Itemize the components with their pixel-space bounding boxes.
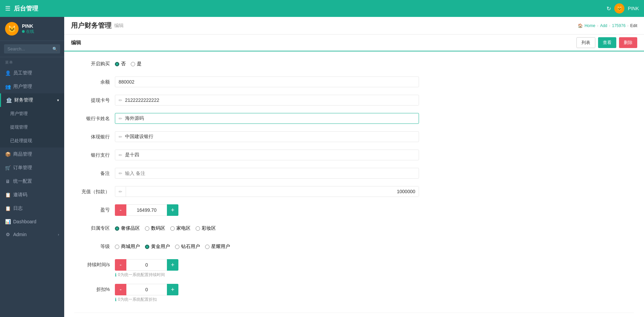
profit-input[interactable] [126,204,167,216]
charge-edit-icon[interactable]: ✏ [115,187,126,197]
bank-card-name-wrapper: ✏ [115,113,419,124]
profit-stepper: - + [115,204,419,216]
staff-icon: 👤 [5,70,10,76]
zone-radio-appliance[interactable]: 家电区 [170,225,191,231]
level-label-mall: 商城用户 [121,244,140,250]
discount-stepper: - + [115,284,419,295]
top-header: ☰ 后台管理 ↻ 🐱 PINK [0,0,644,17]
sidebar-item-settings[interactable]: 🖥 统一配置 [0,175,64,188]
balance-label: 余额 [74,76,115,85]
level-radio-gold[interactable]: 黄金用户 [145,244,170,250]
balance-input[interactable] [115,76,419,87]
level-radio-diamond[interactable]: 钻石用户 [175,244,200,250]
withdraw-bank-input[interactable] [125,132,415,142]
withdraw-bank-control: ✏ [115,131,419,142]
hamburger-icon[interactable]: ☰ [5,5,10,12]
sidebar-item-staff[interactable]: 👤 员工管理 [0,66,64,80]
withdraw-bank-label: 体现银行 [74,131,115,140]
radio-no-input[interactable] [115,62,119,66]
zone-radio-digital-input[interactable] [145,226,149,231]
edit-icon-4[interactable]: ✏ [119,153,122,158]
zone-radio-luxury-input[interactable] [115,226,119,231]
status-dot [22,30,25,33]
zone-row: 归属专区 奢侈品区 数码区 家电区 [74,223,634,235]
zone-radio-group: 奢侈品区 数码区 家电区 彩妆区 [115,223,419,231]
withdraw-card-input[interactable] [125,95,415,105]
radio-yes-label: 是 [137,61,142,67]
sidebar-item-finance-users[interactable]: 用户管理 [0,107,64,120]
sidebar-item-goods[interactable]: 📦 商品管理 [0,148,64,161]
form-container: 开启购买 否 是 余额 [64,51,644,317]
breadcrumb-home[interactable]: Home [585,23,595,28]
delete-button[interactable]: 删除 [619,37,637,48]
breadcrumb-sep3: › [627,23,628,28]
bank-card-name-input[interactable] [125,113,415,123]
bank-branch-control: ✏ [115,150,419,160]
duration-minus-button[interactable]: - [115,259,126,271]
goods-icon: 📦 [5,152,10,157]
profit-row: 盈亏 - + [74,204,634,217]
sidebar-item-label: 员工管理 [13,70,32,76]
level-radio-star[interactable]: 星耀用户 [205,244,230,250]
level-radio-star-input[interactable] [205,245,209,249]
discount-plus-button[interactable]: + [167,284,178,295]
radio-yes-input[interactable] [131,62,135,66]
radio-no[interactable]: 否 [115,61,126,67]
charge-control: ✏ [115,186,419,197]
profit-plus-button[interactable]: + [167,204,178,216]
level-row: 等级 商城用户 黄金用户 钻石用户 [74,241,634,253]
sidebar-item-orders[interactable]: 🛒 订单管理 [0,161,64,175]
level-radio-gold-input[interactable] [145,245,149,249]
sidebar-item-finance-withdraw[interactable]: 提现管理 [0,120,64,134]
submenu-label: 用户管理 [10,111,28,117]
edit-icon-2[interactable]: ✏ [119,116,122,121]
bank-branch-input[interactable] [125,150,415,160]
remark-input[interactable] [125,168,415,178]
zone-radio-digital[interactable]: 数码区 [145,225,165,231]
duration-plus-button[interactable]: + [167,259,178,271]
remark-control: ✏ [115,168,419,179]
invite-icon: 📋 [5,192,10,198]
open-purchase-row: 开启购买 否 是 [74,58,634,70]
sidebar-item-logs[interactable]: 📋 日志 [0,202,64,215]
sidebar-item-label: Admin [13,232,27,237]
level-radio-group: 商城用户 黄金用户 钻石用户 星耀用户 [115,241,419,250]
sidebar-item-dashboard[interactable]: 📊 Dashboard [0,215,64,228]
header-left: ☰ 后台管理 [5,4,38,13]
edit-icon-3[interactable]: ✏ [119,134,122,139]
user-info: PINK 在线 [22,23,34,35]
zone-radio-luxury[interactable]: 奢侈品区 [115,225,140,231]
sidebar-item-finance[interactable]: 🏦 财务管理 ▾ [0,93,64,107]
breadcrumb-add[interactable]: Add [600,23,607,28]
breadcrumb-id[interactable]: 175976 [612,23,625,28]
view-button[interactable]: 查看 [598,37,616,48]
level-radio-mall[interactable]: 商城用户 [115,244,140,250]
withdraw-card-label: 提现卡号 [74,95,115,104]
list-button[interactable]: 列表 [576,37,595,48]
charge-input[interactable] [126,186,419,197]
edit-icon-5[interactable]: ✏ [119,171,122,176]
breadcrumb-sep1: › [597,23,598,28]
level-radio-diamond-input[interactable] [175,245,179,249]
sidebar-item-invite[interactable]: 📋 邀请码 [0,188,64,202]
search-input[interactable] [4,44,60,53]
discount-minus-button[interactable]: - [115,284,126,295]
bank-card-name-control: ✏ [115,113,419,124]
sidebar-item-users[interactable]: 👥 用户管理 [0,80,64,93]
zone-radio-appliance-input[interactable] [170,226,175,231]
zone-radio-cosmetics[interactable]: 彩妆区 [196,225,216,231]
zone-label-appliance: 家电区 [176,225,191,231]
zone-radio-cosmetics-input[interactable] [196,226,200,231]
duration-label: 持续时间/s [74,259,115,268]
edit-icon[interactable]: ✏ [119,98,122,103]
sidebar-item-finance-processed[interactable]: 已处理提现 [0,134,64,148]
discount-input[interactable] [126,284,167,295]
duration-input[interactable] [126,259,167,271]
radio-yes[interactable]: 是 [131,61,142,67]
submenu-label: 提现管理 [10,124,28,130]
refresh-icon[interactable]: ↻ [606,5,611,12]
form-actions: 重置 查看 继续创建 继续编辑 提交 [74,313,634,317]
profit-minus-button[interactable]: - [115,204,126,216]
sidebar-item-admin[interactable]: ⚙ Admin › [0,228,64,241]
level-radio-mall-input[interactable] [115,245,119,249]
